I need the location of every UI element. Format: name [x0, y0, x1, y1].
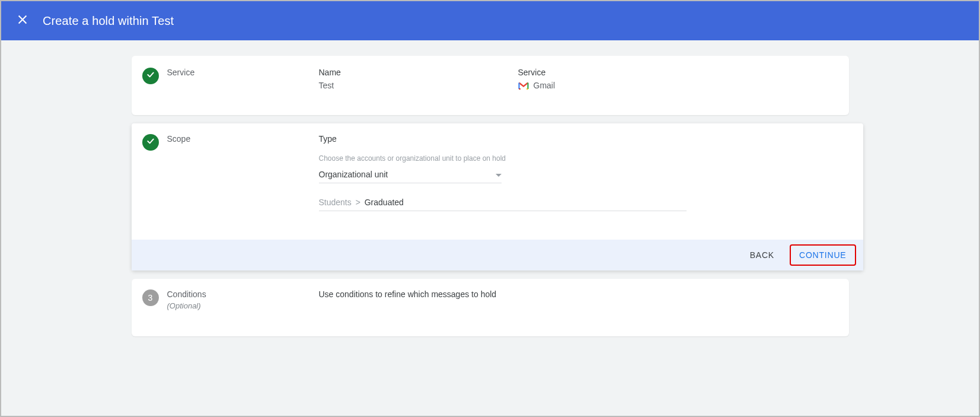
org-unit-input[interactable]: Students > Graduated [319, 195, 687, 211]
step-scope-card: Scope Type Choose the accounts or organi… [132, 123, 863, 270]
org-unit-parent: Students [319, 198, 352, 207]
close-icon [16, 13, 29, 28]
continue-button[interactable]: CONTINUE [790, 244, 856, 266]
caret-down-icon [496, 170, 502, 179]
back-button[interactable]: BACK [742, 246, 783, 265]
step-conditions-optional: (Optional) [167, 301, 319, 310]
scope-type-label: Type [319, 134, 853, 144]
scope-help-text: Choose the accounts or organizational un… [319, 154, 853, 163]
breadcrumb-separator: > [356, 198, 360, 207]
service-service-value: Gmail [534, 81, 556, 90]
step-scope-label: Scope [167, 134, 319, 144]
step-scope-badge [142, 134, 159, 151]
step-conditions-card[interactable]: 3 Conditions (Optional) Use conditions t… [132, 279, 849, 336]
conditions-description: Use conditions to refine which messages … [319, 289, 497, 299]
service-name-label: Name [319, 68, 518, 77]
dialog-content: Service Name Test Service Gmail [1, 40, 979, 345]
dialog-header: Create a hold within Test [1, 1, 979, 40]
close-button[interactable] [11, 9, 34, 33]
checkmark-icon [146, 136, 155, 148]
step-service-label: Service [167, 68, 319, 77]
checkmark-icon [146, 70, 155, 82]
scope-actions-bar: BACK CONTINUE [132, 240, 863, 270]
org-unit-child: Graduated [365, 198, 404, 207]
step-number: 3 [148, 293, 153, 303]
step-conditions-label: Conditions [167, 289, 319, 299]
step-conditions-badge: 3 [142, 289, 159, 306]
scope-type-dropdown[interactable]: Organizational unit [319, 167, 502, 183]
step-service-card[interactable]: Service Name Test Service Gmail [132, 56, 849, 115]
service-name-value: Test [319, 81, 518, 90]
gmail-icon [518, 81, 529, 90]
dropdown-value: Organizational unit [319, 170, 388, 179]
step-service-badge [142, 68, 159, 84]
service-service-label: Service [518, 68, 717, 77]
dialog-title: Create a hold within Test [43, 14, 174, 28]
